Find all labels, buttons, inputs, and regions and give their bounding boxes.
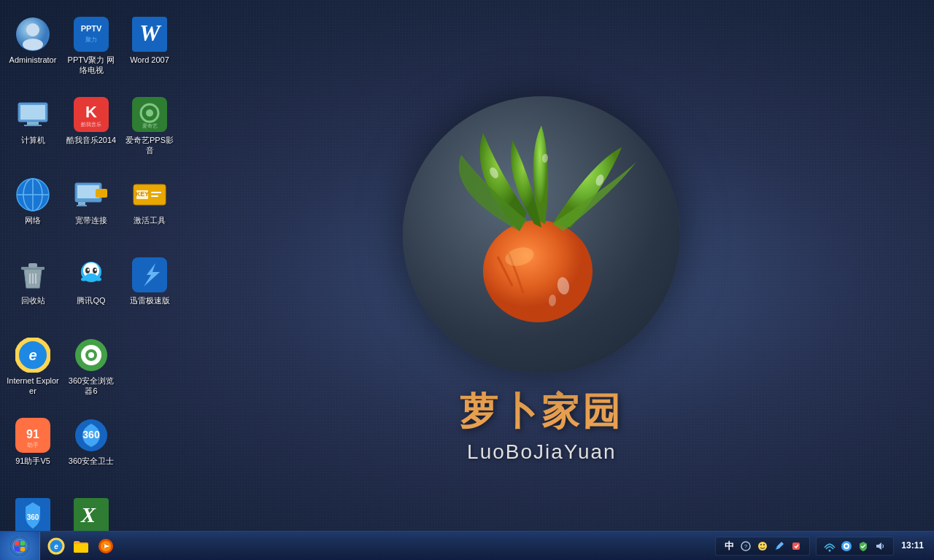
svg-point-52 <box>88 352 94 358</box>
svg-rect-88 <box>792 542 800 550</box>
icon-360browser[interactable]: 360安全浏览器6 <box>62 332 120 412</box>
svg-rect-27 <box>78 202 85 205</box>
icon-ie-label: Internet Explorer <box>7 376 59 397</box>
icon-kuwo[interactable]: K 酷我音乐 酷我音乐2014 <box>62 91 120 171</box>
svg-rect-72 <box>15 541 19 545</box>
tray-settings1[interactable]: ? <box>738 539 753 553</box>
tray-area-2 <box>816 537 894 556</box>
icon-91[interactable]: 91 助手 91助手V5 <box>4 412 62 492</box>
taskbar: e <box>0 531 934 560</box>
icon-xunlei-label: 迅雷极速版 <box>130 295 170 306</box>
icon-activation-label: 激活工具 <box>134 215 166 225</box>
svg-text:酷我音乐: 酷我音乐 <box>81 122 101 127</box>
carrot-svg <box>425 118 658 351</box>
icon-360browser-label: 360安全浏览器6 <box>65 376 117 397</box>
svg-point-42 <box>85 273 97 279</box>
svg-rect-26 <box>96 189 107 198</box>
tray-smiley[interactable] <box>755 539 770 553</box>
svg-point-2 <box>23 39 43 50</box>
svg-rect-31 <box>151 192 161 193</box>
logo-text-cn: 萝卜家园 <box>460 386 623 438</box>
icon-administrator-label: Administrator <box>9 55 57 65</box>
svg-point-89 <box>829 549 831 551</box>
svg-text:X: X <box>80 502 96 526</box>
desktop-icons-area: Administrator PPTV 聚力 PPTV聚力 网络电视 W Word… <box>0 7 182 560</box>
icon-recycle-label: 回收站 <box>21 295 45 306</box>
icon-computer[interactable]: 计算机 <box>4 91 62 171</box>
svg-rect-75 <box>20 547 25 551</box>
icon-pptv[interactable]: PPTV 聚力 PPTV聚力 网络电视 <box>62 11 120 91</box>
taskbar-ie-icon[interactable]: e <box>45 534 68 558</box>
taskbar-media-icon[interactable] <box>94 534 117 558</box>
icon-kuwo-label: 酷我音乐2014 <box>66 135 116 145</box>
svg-text:360: 360 <box>27 513 39 521</box>
tray-settings2[interactable] <box>789 539 803 553</box>
icon-qq-label: 腾讯QQ <box>77 295 105 306</box>
svg-point-87 <box>763 544 765 545</box>
svg-text:爱奇艺: 爱奇艺 <box>142 123 158 128</box>
svg-text:?: ? <box>744 543 748 550</box>
taskbar-folder-icon[interactable] <box>69 534 93 558</box>
svg-rect-73 <box>20 541 25 545</box>
icon-activation[interactable]: KEY 激活工具 <box>120 171 179 252</box>
clock-time: 13:11 <box>901 540 924 552</box>
icon-network[interactable]: 网络 <box>4 171 62 252</box>
icon-ie[interactable]: e Internet Explorer <box>4 332 62 412</box>
tray-area: 中 ? <box>715 537 810 556</box>
icon-360guard-label: 360安全卫士 <box>69 456 114 466</box>
svg-text:KEY: KEY <box>136 190 150 198</box>
svg-text:K: K <box>85 103 97 121</box>
svg-text:PPTV: PPTV <box>81 24 102 33</box>
icon-word2007[interactable]: W Word 2007 <box>120 11 179 91</box>
icon-computer-label: 计算机 <box>21 135 45 145</box>
icon-broadband[interactable]: 宽带连接 <box>62 171 120 252</box>
tray-volume-icon[interactable] <box>873 539 887 553</box>
icon-pptv-label: PPTV聚力 网络电视 <box>65 55 117 76</box>
icon-91-label: 91助手V5 <box>15 456 50 466</box>
svg-point-17 <box>146 109 153 117</box>
svg-text:e: e <box>54 542 58 551</box>
svg-rect-9 <box>20 105 45 120</box>
svg-rect-32 <box>151 195 158 197</box>
taskbar-right: 中 ? <box>709 537 934 556</box>
svg-point-1 <box>26 23 39 36</box>
icon-network-label: 网络 <box>25 215 41 225</box>
svg-point-43 <box>81 278 87 281</box>
icon-aiqiyi-label: 爱奇艺PPS影音 <box>123 135 176 156</box>
svg-point-62 <box>483 220 593 322</box>
svg-text:聚力: 聚力 <box>85 36 97 43</box>
icon-aiqiyi[interactable]: 爱奇艺 爱奇艺PPS影音 <box>120 91 179 171</box>
svg-rect-3 <box>74 17 109 52</box>
tray-360-icon[interactable] <box>839 539 854 553</box>
icon-xunlei[interactable]: 迅雷极速版 <box>120 252 179 332</box>
logo-circle <box>403 96 680 373</box>
tray-pen[interactable] <box>772 539 787 553</box>
svg-marker-93 <box>876 542 881 550</box>
icon-broadband-label: 宽带连接 <box>75 215 107 225</box>
svg-point-44 <box>96 278 101 281</box>
svg-point-85 <box>758 542 767 551</box>
icon-360guard[interactable]: 360 360安全卫士 <box>62 412 120 492</box>
svg-text:91: 91 <box>26 428 39 440</box>
icon-administrator[interactable]: Administrator <box>4 11 62 91</box>
tray-input-method[interactable]: 中 <box>722 539 736 553</box>
start-button[interactable] <box>0 532 40 561</box>
svg-point-40 <box>88 269 90 271</box>
icon-recycle[interactable]: 回收站 <box>4 252 62 332</box>
svg-rect-11 <box>24 125 42 126</box>
svg-point-41 <box>95 269 97 271</box>
icon-qq[interactable]: 腾讯QQ <box>62 252 120 332</box>
taskbar-quicklaunch: e <box>40 534 122 558</box>
tray-guard-icon[interactable] <box>856 539 871 553</box>
svg-text:W: W <box>139 20 162 46</box>
svg-rect-10 <box>27 122 39 125</box>
desktop: Administrator PPTV 聚力 PPTV聚力 网络电视 W Word… <box>0 0 934 560</box>
svg-text:助手: 助手 <box>27 442 39 448</box>
svg-rect-74 <box>15 547 19 551</box>
tray-network-icon[interactable] <box>822 539 837 553</box>
clock-area[interactable]: 13:11 <box>897 540 928 552</box>
svg-text:360: 360 <box>82 429 100 440</box>
svg-point-86 <box>760 544 762 545</box>
logo-text-en: LuoBoJiaYuan <box>467 440 617 464</box>
svg-rect-28 <box>77 205 87 206</box>
